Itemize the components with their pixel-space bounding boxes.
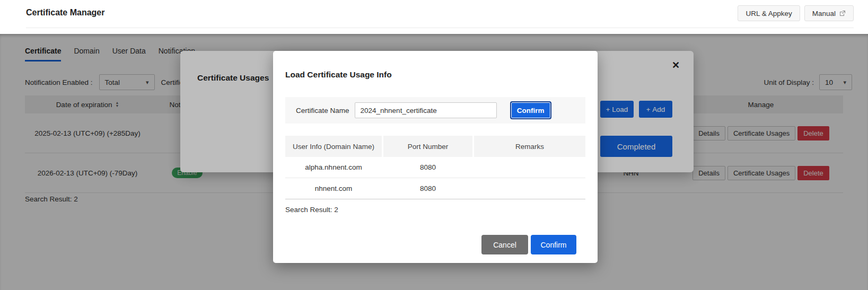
usage-table-header: User Info (Domain Name) Port Number Rema… [285, 136, 585, 157]
certificate-name-label: Certificate Name [296, 107, 349, 115]
external-link-icon [839, 10, 846, 16]
certificate-name-panel: Certificate Name Confirm [285, 97, 585, 124]
manual-button[interactable]: Manual [804, 5, 854, 21]
modal-footer: Cancel Confirm [285, 235, 585, 254]
certificate-name-input[interactable] [355, 102, 497, 118]
remarks-cell [474, 178, 585, 199]
column-port-number: Port Number [383, 136, 472, 157]
port-cell: 8080 [383, 157, 472, 178]
header-divider [26, 28, 854, 28]
column-remarks: Remarks [474, 136, 585, 157]
header-actions: URL & Appkey Manual [738, 5, 854, 21]
app-header: Certificate Manager URL & Appkey Manual [0, 0, 868, 34]
remarks-cell [474, 157, 585, 178]
table-row: nhnent.com 8080 [285, 178, 585, 199]
cancel-button[interactable]: Cancel [481, 235, 528, 254]
table-row: alpha.nhnent.com 8080 [285, 157, 585, 178]
column-user-info: User Info (Domain Name) [285, 136, 382, 157]
confirm-search-button[interactable]: Confirm [510, 101, 551, 119]
usage-info-table: User Info (Domain Name) Port Number Rema… [285, 136, 585, 199]
search-result-count: Search Result: 2 [285, 206, 585, 214]
load-certificate-usage-info-modal: Load Certificate Usage Info Certificate … [273, 51, 598, 263]
domain-cell: nhnent.com [285, 178, 382, 199]
confirm-button[interactable]: Confirm [531, 235, 576, 254]
domain-cell: alpha.nhnent.com [285, 157, 382, 178]
modal-title: Load Certificate Usage Info [285, 70, 585, 80]
port-cell: 8080 [383, 178, 472, 199]
certificate-manager-screen: Certificate Manager URL & Appkey Manual … [0, 0, 868, 290]
page-title: Certificate Manager [26, 8, 105, 17]
url-appkey-button[interactable]: URL & Appkey [738, 5, 800, 21]
